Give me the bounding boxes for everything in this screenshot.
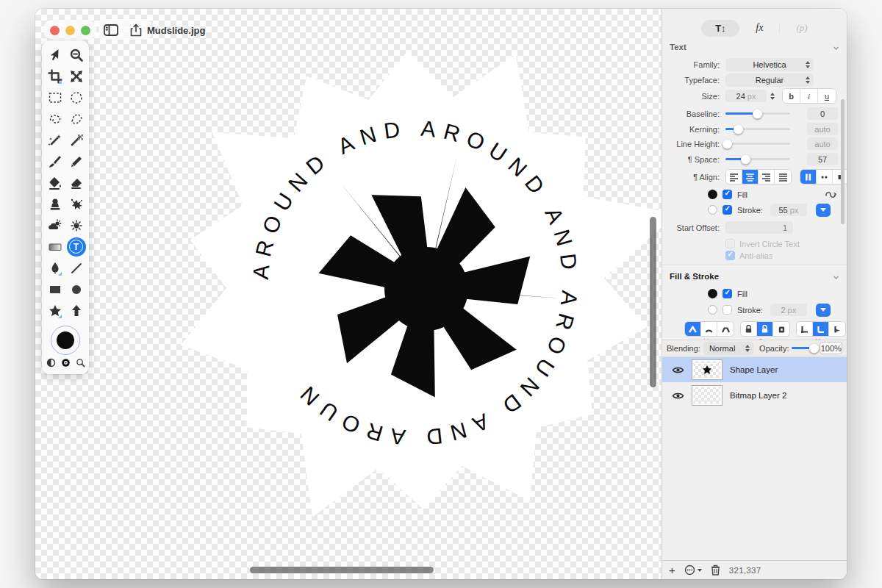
align-left-button[interactable]: [726, 170, 742, 184]
dodge-tool[interactable]: [44, 215, 65, 236]
invert-circle-text-checkbox[interactable]: [725, 239, 735, 248]
antialias-checkbox[interactable]: [725, 251, 735, 260]
share-button[interactable]: [125, 21, 147, 40]
shape-fill-checkbox[interactable]: [723, 289, 732, 298]
typeface-dropdown[interactable]: Regular: [725, 74, 814, 87]
layer-row-bitmap[interactable]: Bitmap Layer 2: [662, 383, 847, 408]
stroke-align-center-button[interactable]: [813, 322, 829, 336]
arrow-shape-tool[interactable]: [65, 300, 87, 321]
crop-tool[interactable]: [44, 65, 65, 87]
join-miter-button[interactable]: [685, 322, 701, 336]
blending-dropdown[interactable]: Normal: [703, 342, 753, 355]
shape-stroke-width-field[interactable]: 2 px: [770, 304, 807, 316]
cap-square-button[interactable]: [773, 322, 789, 336]
ellipse-shape-tool[interactable]: [65, 279, 87, 300]
gradient-tool[interactable]: [44, 236, 65, 257]
instant-alpha-tool[interactable]: [65, 129, 87, 151]
join-bevel-button[interactable]: [717, 322, 734, 336]
eraser-tool[interactable]: [65, 172, 87, 193]
rectangle-shape-tool[interactable]: [44, 279, 65, 300]
zoom-window-button[interactable]: [81, 26, 90, 35]
tab-text-tool[interactable]: T↕: [701, 20, 739, 37]
add-layer-button[interactable]: +: [669, 564, 675, 576]
shape-stroke-color-well[interactable]: [708, 305, 717, 315]
transform-tool[interactable]: [65, 65, 87, 87]
star-shape-tool[interactable]: [44, 300, 65, 321]
pencil-tool[interactable]: [65, 151, 87, 172]
line-tool[interactable]: [65, 257, 87, 279]
opacity-slider[interactable]: [792, 347, 817, 349]
splatter-tool[interactable]: [65, 193, 87, 215]
line-height-value[interactable]: auto: [807, 137, 838, 150]
family-dropdown[interactable]: Helvetica: [725, 58, 814, 71]
swap-colors-icon[interactable]: [46, 358, 56, 368]
secondary-color-icon[interactable]: [61, 358, 71, 368]
text-section-chevron-icon[interactable]: [833, 45, 839, 51]
sidebar-toggle-button[interactable]: [100, 21, 122, 40]
polygon-lasso-tool[interactable]: [65, 108, 87, 129]
rect-select-tool[interactable]: [44, 87, 65, 108]
burn-tool[interactable]: [65, 215, 87, 236]
align-justify-button[interactable]: [775, 170, 791, 184]
text-tool[interactable]: T: [65, 236, 87, 257]
zoom-tool[interactable]: [65, 44, 87, 65]
layer-row-shape[interactable]: Shape Layer: [662, 357, 847, 382]
lasso-tool[interactable]: [44, 108, 65, 129]
join-round-button[interactable]: [701, 322, 717, 336]
opacity-value[interactable]: 100%: [820, 342, 842, 354]
flood-fill-tool[interactable]: [44, 172, 65, 193]
canvas-vertical-scrollbar[interactable]: [650, 217, 656, 387]
circle-text-icon[interactable]: [825, 189, 837, 200]
align-right-button[interactable]: [759, 170, 775, 184]
italic-button[interactable]: i: [800, 89, 818, 103]
shape-stroke-checkbox[interactable]: [723, 305, 732, 315]
align-center-button[interactable]: [742, 170, 759, 184]
ellipse-select-tool[interactable]: [65, 87, 87, 108]
size-field[interactable]: 24 px: [725, 90, 767, 102]
tab-paragraph[interactable]: (p): [796, 22, 807, 34]
shape-stroke-width-dropdown[interactable]: [816, 304, 831, 317]
line-height-slider[interactable]: [725, 143, 790, 145]
size-stepper[interactable]: [770, 93, 775, 100]
flow-blocks-button[interactable]: [833, 170, 847, 184]
canvas[interactable]: AROUND AND AROUND AND AROUND AND AROUN: [35, 9, 662, 579]
brush-tool[interactable]: [44, 151, 65, 172]
baseline-slider[interactable]: [725, 112, 790, 115]
text-stroke-color-well[interactable]: [708, 205, 717, 215]
text-stroke-width-dropdown[interactable]: [816, 204, 831, 217]
text-stroke-width-field[interactable]: 55 px: [770, 204, 807, 216]
canvas-horizontal-scrollbar[interactable]: [250, 567, 434, 573]
start-offset-field[interactable]: 1: [725, 221, 793, 234]
pen-tool[interactable]: [44, 257, 65, 279]
fill-stroke-chevron-icon[interactable]: [833, 274, 839, 281]
minimize-button[interactable]: [65, 26, 75, 35]
cap-butt-button[interactable]: [741, 322, 757, 336]
text-fill-color-well[interactable]: [708, 190, 717, 199]
layer-visibility-icon[interactable]: [672, 392, 684, 400]
space-slider[interactable]: [725, 158, 790, 160]
layer-visibility-icon[interactable]: [672, 366, 684, 374]
bold-button[interactable]: b: [783, 89, 800, 103]
space-value[interactable]: 57: [807, 153, 838, 165]
stroke-align-outside-button[interactable]: [829, 322, 845, 336]
text-fill-checkbox[interactable]: [723, 190, 732, 199]
cap-round-button[interactable]: [757, 322, 773, 336]
pointer-tool[interactable]: [44, 44, 65, 65]
flow-dots-button[interactable]: [817, 170, 833, 184]
panel-scrollbar[interactable]: [841, 99, 845, 224]
baseline-value[interactable]: 0: [807, 107, 838, 120]
delete-layer-icon[interactable]: [711, 564, 720, 576]
clone-stamp-tool[interactable]: [44, 193, 65, 215]
underline-button[interactable]: u: [818, 89, 836, 103]
color-well[interactable]: [51, 326, 80, 355]
close-button[interactable]: [50, 26, 60, 35]
layer-action-menu-button[interactable]: [684, 564, 702, 576]
stroke-align-inside-button[interactable]: [797, 322, 813, 336]
tab-effects[interactable]: fx: [756, 22, 763, 34]
kerning-slider[interactable]: [725, 128, 790, 130]
text-stroke-checkbox[interactable]: [723, 205, 732, 215]
kerning-value[interactable]: auto: [807, 123, 838, 135]
loupe-icon[interactable]: [76, 358, 85, 368]
shape-fill-color-well[interactable]: [708, 289, 717, 298]
magic-wand-tool[interactable]: [44, 129, 65, 151]
